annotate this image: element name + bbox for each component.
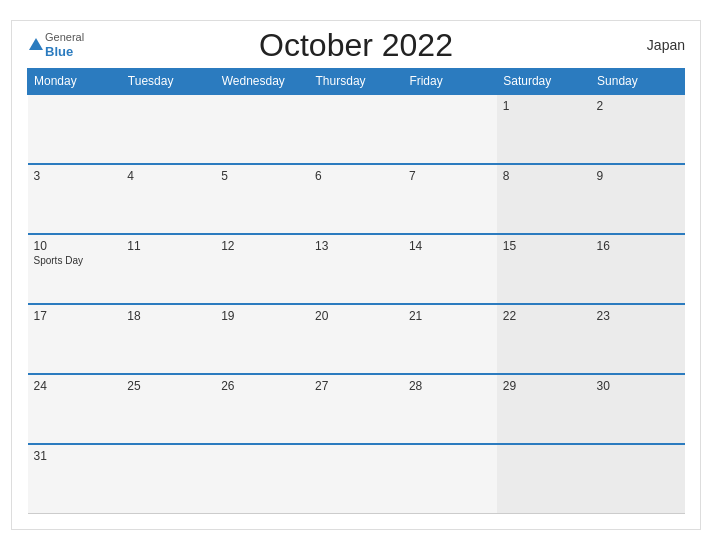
day-number: 12: [221, 239, 303, 253]
logo-triangle-icon: [29, 38, 43, 50]
weekday-header-monday: Monday: [28, 68, 122, 94]
day-number: 30: [597, 379, 679, 393]
calendar-cell: 13: [309, 234, 403, 304]
calendar-cell: 4: [121, 164, 215, 234]
calendar-cell: 9: [591, 164, 685, 234]
calendar-cell: 12: [215, 234, 309, 304]
calendar-cell: 19: [215, 304, 309, 374]
week-row-2: 10Sports Day111213141516: [28, 234, 685, 304]
day-number: 10: [34, 239, 116, 253]
calendar-cell: 8: [497, 164, 591, 234]
week-row-1: 3456789: [28, 164, 685, 234]
day-number: 15: [503, 239, 585, 253]
day-number: 7: [409, 169, 491, 183]
calendar-cell: [215, 94, 309, 164]
day-number: 24: [34, 379, 116, 393]
day-event: Sports Day: [34, 255, 116, 266]
weekday-header-saturday: Saturday: [497, 68, 591, 94]
day-number: 13: [315, 239, 397, 253]
day-number: 9: [597, 169, 679, 183]
day-number: 26: [221, 379, 303, 393]
week-row-3: 17181920212223: [28, 304, 685, 374]
calendar-cell: 6: [309, 164, 403, 234]
calendar-cell: [403, 444, 497, 514]
logo-text: General Blue: [45, 31, 84, 60]
logo: General Blue: [27, 31, 84, 60]
calendar-cell: [309, 94, 403, 164]
calendar-grid: MondayTuesdayWednesdayThursdayFridaySatu…: [27, 68, 685, 515]
calendar-cell: [591, 444, 685, 514]
weekday-header-sunday: Sunday: [591, 68, 685, 94]
calendar-cell: 26: [215, 374, 309, 444]
day-number: 4: [127, 169, 209, 183]
calendar-cell: 17: [28, 304, 122, 374]
day-number: 21: [409, 309, 491, 323]
country-label: Japan: [647, 37, 685, 53]
calendar-cell: 14: [403, 234, 497, 304]
calendar-cell: 23: [591, 304, 685, 374]
calendar-cell: 25: [121, 374, 215, 444]
calendar-cell: 5: [215, 164, 309, 234]
calendar-container: General Blue October 2022 Japan MondayTu…: [11, 20, 701, 530]
calendar-cell: [403, 94, 497, 164]
calendar-header: General Blue October 2022 Japan: [27, 31, 685, 60]
weekday-header-wednesday: Wednesday: [215, 68, 309, 94]
calendar-cell: [497, 444, 591, 514]
day-number: 22: [503, 309, 585, 323]
calendar-cell: 30: [591, 374, 685, 444]
calendar-cell: 27: [309, 374, 403, 444]
day-number: 20: [315, 309, 397, 323]
calendar-cell: 20: [309, 304, 403, 374]
week-row-4: 24252627282930: [28, 374, 685, 444]
day-number: 3: [34, 169, 116, 183]
week-row-0: 12: [28, 94, 685, 164]
weekday-header-friday: Friday: [403, 68, 497, 94]
day-number: 16: [597, 239, 679, 253]
calendar-title: October 2022: [259, 27, 453, 64]
day-number: 6: [315, 169, 397, 183]
calendar-cell: 15: [497, 234, 591, 304]
day-number: 19: [221, 309, 303, 323]
calendar-cell: 11: [121, 234, 215, 304]
calendar-cell: 7: [403, 164, 497, 234]
calendar-cell: [121, 444, 215, 514]
calendar-cell: 22: [497, 304, 591, 374]
calendar-cell: [28, 94, 122, 164]
weekday-header-thursday: Thursday: [309, 68, 403, 94]
calendar-cell: [121, 94, 215, 164]
day-number: 8: [503, 169, 585, 183]
day-number: 14: [409, 239, 491, 253]
logo-blue: Blue: [45, 44, 84, 60]
day-number: 1: [503, 99, 585, 113]
calendar-cell: 28: [403, 374, 497, 444]
calendar-cell: 18: [121, 304, 215, 374]
day-number: 29: [503, 379, 585, 393]
calendar-cell: 31: [28, 444, 122, 514]
day-number: 27: [315, 379, 397, 393]
calendar-cell: [309, 444, 403, 514]
calendar-cell: 29: [497, 374, 591, 444]
calendar-cell: 2: [591, 94, 685, 164]
day-number: 18: [127, 309, 209, 323]
day-number: 5: [221, 169, 303, 183]
day-number: 23: [597, 309, 679, 323]
calendar-cell: 24: [28, 374, 122, 444]
week-row-5: 31: [28, 444, 685, 514]
day-number: 25: [127, 379, 209, 393]
day-number: 31: [34, 449, 116, 463]
calendar-cell: 1: [497, 94, 591, 164]
calendar-cell: 3: [28, 164, 122, 234]
logo-general: General: [45, 31, 84, 44]
calendar-cell: [215, 444, 309, 514]
day-number: 11: [127, 239, 209, 253]
calendar-cell: 21: [403, 304, 497, 374]
day-number: 2: [597, 99, 679, 113]
calendar-cell: 16: [591, 234, 685, 304]
weekday-header-row: MondayTuesdayWednesdayThursdayFridaySatu…: [28, 68, 685, 94]
calendar-cell: 10Sports Day: [28, 234, 122, 304]
day-number: 17: [34, 309, 116, 323]
weekday-header-tuesday: Tuesday: [121, 68, 215, 94]
day-number: 28: [409, 379, 491, 393]
